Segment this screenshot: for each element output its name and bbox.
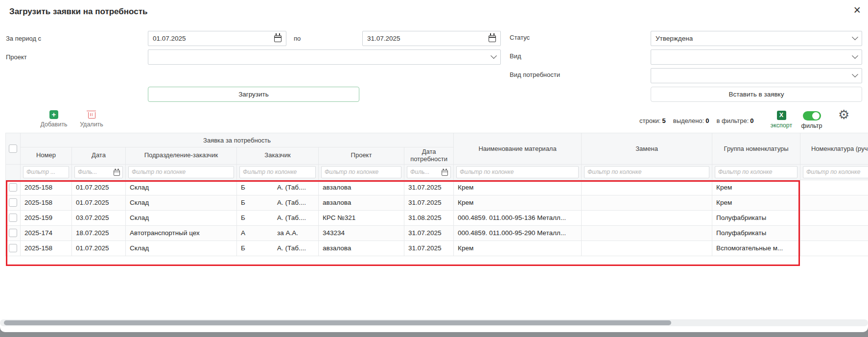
- customer-name: за А.А.: [277, 229, 298, 237]
- filter-material-input[interactable]: [456, 166, 579, 178]
- row-checkbox[interactable]: [9, 198, 17, 207]
- row-checkbox[interactable]: [9, 229, 17, 237]
- filter-division-input[interactable]: [128, 166, 234, 178]
- table-row[interactable]: 2025-174 18.07.2025 Автотранспортный цех…: [6, 225, 868, 241]
- kind-select[interactable]: [651, 49, 862, 65]
- cell-division: Автотранспортный цех: [126, 225, 237, 241]
- row-checkbox[interactable]: [9, 244, 17, 252]
- column-header-division[interactable]: Подразделение-заказчик: [126, 147, 237, 165]
- column-header-customer[interactable]: Заказчик: [237, 147, 319, 165]
- table-row[interactable]: 2025-158 01.07.2025 Склад Б А. (Таб.... …: [6, 195, 868, 210]
- column-header-material[interactable]: Наименование материала: [454, 133, 582, 165]
- calendar-icon[interactable]: [442, 170, 448, 176]
- row-checkbox[interactable]: [9, 183, 17, 192]
- grid-counters: строки:5 выделено:0 в фильтре:0: [639, 117, 754, 124]
- group-header-row: Заявка за потребность Наименование матер…: [6, 133, 868, 147]
- filter-number-input[interactable]: [23, 166, 69, 178]
- delete-button[interactable]: Удалить: [74, 110, 109, 128]
- cell-nomenclature: [800, 210, 868, 225]
- insert-into-request-button[interactable]: Вставить в заявку: [651, 87, 862, 102]
- filter-toggle-label: фильтр: [801, 122, 822, 129]
- cell-nomenclature: [800, 241, 868, 256]
- cell-nomen-group: Крем: [712, 195, 800, 210]
- load-button[interactable]: Загрузить: [148, 87, 359, 102]
- cell-number: 2025-159: [21, 210, 72, 225]
- trash-icon: [88, 112, 95, 119]
- kind-label: Вид: [510, 52, 521, 60]
- calendar-icon[interactable]: [114, 170, 120, 176]
- cell-need-date: 31.07.2025: [404, 241, 454, 256]
- column-header-date[interactable]: Дата: [72, 147, 126, 165]
- cell-material: Крем: [454, 241, 582, 256]
- customer-name: А. (Таб....: [277, 214, 306, 221]
- filter-row: [6, 164, 868, 180]
- filter-replacement-input[interactable]: [584, 166, 709, 178]
- customer-code: Б: [241, 199, 277, 206]
- filter-empty-cell: [6, 164, 21, 180]
- filter-toggle[interactable]: фильтр: [797, 111, 826, 129]
- cell-project: авзалова: [319, 195, 404, 210]
- export-label: экспорт: [771, 122, 792, 129]
- project-select[interactable]: [148, 49, 501, 65]
- filter-nomenclature-input[interactable]: [803, 166, 868, 178]
- table-row[interactable]: 2025-158 01.07.2025 Склад Б А. (Таб.... …: [6, 241, 868, 256]
- cell-date: 01.07.2025: [72, 241, 126, 256]
- table-row[interactable]: 2025-158 01.07.2025 Склад Б А. (Таб.... …: [6, 180, 868, 195]
- cell-nomenclature: [800, 180, 868, 195]
- select-all-checkbox[interactable]: [9, 144, 17, 153]
- column-header-need-date[interactable]: Дата потребности: [404, 147, 454, 165]
- cell-nomenclature: [800, 225, 868, 241]
- in-filter-counter: в фильтре:0: [716, 117, 753, 124]
- cell-customer: А за А.А.: [237, 225, 319, 241]
- need-kind-select[interactable]: [651, 68, 862, 83]
- cell-customer: Б А. (Таб....: [237, 180, 319, 195]
- cell-division: Склад: [126, 180, 237, 195]
- cell-need-date: 31.07.2025: [404, 225, 454, 241]
- customer-name: А. (Таб....: [277, 184, 306, 191]
- close-icon[interactable]: ×: [853, 4, 861, 16]
- cell-nomenclature: [800, 195, 868, 210]
- cell-material: 000.4859. 011.000-95-290 Металл...: [454, 225, 582, 241]
- cell-nomen-group: Вспомогательные м...: [712, 241, 800, 256]
- horizontal-scrollbar-thumb[interactable]: [4, 320, 671, 325]
- row-checkbox-cell: [6, 195, 21, 210]
- cell-material: Крем: [454, 180, 582, 195]
- cell-replacement: [582, 210, 712, 225]
- chevron-down-icon: [852, 34, 858, 40]
- column-header-replacement[interactable]: Замена: [582, 133, 712, 165]
- cell-replacement: [582, 225, 712, 241]
- table-row[interactable]: 2025-159 03.07.2025 Склад Б А. (Таб.... …: [6, 210, 868, 225]
- cell-replacement: [582, 195, 712, 210]
- add-icon: +: [49, 110, 58, 119]
- status-select[interactable]: Утверждена: [651, 31, 862, 46]
- gear-icon[interactable]: ⚙: [838, 108, 849, 121]
- filter-project-input[interactable]: [321, 166, 401, 178]
- calendar-icon[interactable]: [274, 35, 282, 42]
- row-checkbox[interactable]: [9, 214, 17, 222]
- export-button[interactable]: X экспорт: [768, 111, 795, 129]
- horizontal-scrollbar-track[interactable]: [0, 319, 868, 326]
- calendar-icon[interactable]: [489, 35, 496, 42]
- group-header: Заявка за потребность: [21, 133, 454, 147]
- date-to-input[interactable]: 31.07.2025: [362, 31, 501, 46]
- customer-code: Б: [241, 244, 277, 252]
- cell-project: 343234: [319, 225, 404, 241]
- column-header-number[interactable]: Номер: [21, 147, 72, 165]
- column-header-nomenclature[interactable]: Номенклатура (руч. ввод): [800, 133, 868, 165]
- cell-project: КРС №321: [319, 210, 404, 225]
- filter-customer-input[interactable]: [239, 166, 316, 178]
- column-header-project[interactable]: Проект: [319, 147, 404, 165]
- date-from-value: 01.07.2025: [153, 35, 186, 42]
- cell-need-date: 31.07.2025: [404, 195, 454, 210]
- cell-customer: Б А. (Таб....: [237, 241, 319, 256]
- customer-name: А. (Таб....: [277, 199, 306, 206]
- date-from-input[interactable]: 01.07.2025: [148, 31, 286, 46]
- project-label: Проект: [6, 53, 27, 61]
- column-header-nomen-group[interactable]: Группа номенклатуры: [712, 133, 800, 165]
- filter-nomen-group-input[interactable]: [715, 166, 798, 178]
- add-button[interactable]: + Добавить: [36, 110, 71, 128]
- cell-number: 2025-174: [21, 225, 72, 241]
- toggle-on-icon[interactable]: [803, 111, 821, 120]
- chevron-down-icon: [491, 52, 497, 59]
- customer-code: Б: [241, 214, 277, 221]
